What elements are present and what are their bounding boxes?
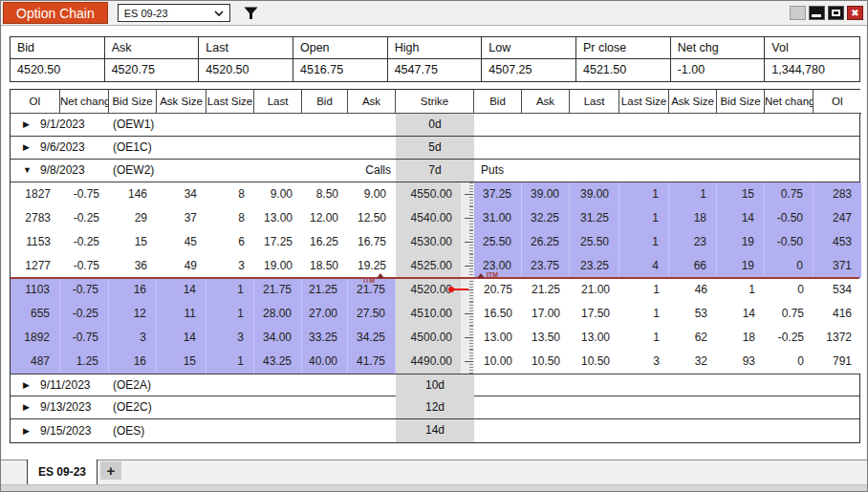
put-bid-cell[interactable]: 20.75 — [474, 278, 522, 302]
put-net-chg-cell[interactable]: -0.25 — [765, 326, 814, 350]
put-oi-cell[interactable]: 371 — [814, 254, 861, 278]
put-ask-size-cell[interactable]: 66 — [669, 254, 717, 278]
call-bid-cell[interactable]: 18.50 — [302, 254, 348, 278]
call-oi-cell[interactable]: 487 — [11, 350, 60, 374]
put-bid-cell[interactable]: 13.00 — [474, 326, 522, 350]
put-oi-cell[interactable]: 1372 — [814, 326, 861, 350]
call-oi-cell[interactable]: 1153 — [11, 230, 60, 254]
put-last-cell[interactable]: 21.00 — [570, 278, 619, 302]
put-ask-cell[interactable]: 10.50 — [522, 350, 570, 374]
call-bid-size-cell[interactable]: 12 — [109, 302, 157, 326]
call-bid-size-cell[interactable]: 15 — [109, 230, 157, 254]
put-last-size-cell[interactable]: 1 — [619, 278, 669, 302]
call-last-size-cell[interactable]: 8 — [206, 182, 254, 206]
call-bid-cell[interactable]: 33.25 — [302, 326, 348, 350]
put-bid-cell[interactable]: 37.25 — [474, 182, 522, 206]
call-ask-cell[interactable]: 27.50 — [348, 302, 396, 326]
call-net-chg-cell[interactable]: -0.25 — [60, 302, 109, 326]
put-last-size-cell[interactable]: 4 — [619, 254, 669, 278]
put-ask-cell[interactable]: 23.75 — [522, 254, 570, 278]
put-bid-cell[interactable]: 31.00 — [474, 206, 522, 230]
close-button[interactable]: ✖ — [847, 6, 863, 20]
call-net-chg-cell[interactable]: -0.75 — [60, 182, 109, 206]
put-ask-size-cell[interactable]: 62 — [669, 326, 717, 350]
put-oi-cell[interactable]: 283 — [814, 182, 861, 206]
put-net-chg-cell[interactable]: 0 — [765, 278, 814, 302]
put-ask-size-cell[interactable]: 46 — [669, 278, 717, 302]
expand-arrow-icon[interactable]: ▶ — [23, 420, 40, 442]
call-ask-size-cell[interactable]: 11 — [157, 302, 206, 326]
put-bid-size-cell[interactable]: 15 — [717, 182, 765, 206]
put-last-size-cell[interactable]: 1 — [619, 182, 669, 206]
call-net-chg-cell[interactable]: -0.75 — [60, 278, 109, 302]
call-oi-cell[interactable]: 1827 — [11, 182, 60, 206]
call-oi-cell[interactable]: 2783 — [11, 206, 60, 230]
blank-button[interactable] — [790, 6, 806, 20]
call-last-cell[interactable]: 28.00 — [254, 302, 302, 326]
put-ask-cell[interactable]: 39.00 — [522, 182, 570, 206]
call-ask-size-cell[interactable]: 15 — [157, 350, 206, 374]
put-last-cell[interactable]: 10.50 — [570, 350, 619, 374]
put-last-size-cell[interactable]: 3 — [619, 350, 669, 374]
expand-arrow-icon[interactable]: ▼ — [23, 160, 40, 182]
put-last-size-cell[interactable]: 1 — [619, 302, 669, 326]
call-bid-size-cell[interactable]: 36 — [109, 254, 157, 278]
restore-button[interactable] — [828, 6, 844, 20]
put-last-size-cell[interactable]: 1 — [619, 230, 669, 254]
put-bid-size-cell[interactable]: 14 — [717, 206, 765, 230]
put-oi-cell[interactable]: 791 — [814, 350, 861, 374]
filter-button[interactable] — [243, 5, 260, 22]
call-ask-cell[interactable]: 41.75 — [348, 350, 396, 374]
put-oi-cell[interactable]: 416 — [814, 302, 861, 326]
put-net-chg-cell[interactable]: 0 — [765, 350, 814, 374]
call-net-chg-cell[interactable]: -0.75 — [60, 254, 109, 278]
add-tab-button[interactable]: + — [100, 461, 121, 480]
call-bid-cell[interactable]: 16.25 — [302, 230, 348, 254]
put-oi-cell[interactable]: 247 — [814, 206, 861, 230]
put-bid-size-cell[interactable]: 19 — [717, 230, 765, 254]
call-ask-size-cell[interactable]: 14 — [157, 326, 206, 350]
call-last-cell[interactable]: 9.00 — [254, 182, 302, 206]
put-last-cell[interactable]: 31.25 — [570, 206, 619, 230]
expiry-group-row[interactable]: ▶9/13/2023(OE2C)12d — [11, 396, 859, 419]
call-bid-size-cell[interactable]: 146 — [109, 182, 157, 206]
call-last-cell[interactable]: 13.00 — [254, 206, 302, 230]
call-bid-size-cell[interactable]: 3 — [109, 326, 157, 350]
put-net-chg-cell[interactable]: -0.50 — [765, 230, 814, 254]
put-ask-size-cell[interactable]: 53 — [669, 302, 717, 326]
call-net-chg-cell[interactable]: -0.25 — [60, 206, 109, 230]
put-net-chg-cell[interactable]: 0.75 — [765, 182, 814, 206]
expiry-group-row[interactable]: ▼9/8/2023(OEW2)Calls7dPuts — [11, 160, 859, 182]
call-last-cell[interactable]: 34.00 — [254, 326, 302, 350]
call-bid-size-cell[interactable]: 16 — [109, 278, 157, 302]
call-oi-cell[interactable]: 1277 — [11, 254, 60, 278]
put-bid-size-cell[interactable]: 1 — [717, 278, 765, 302]
call-net-chg-cell[interactable]: -0.25 — [60, 230, 109, 254]
tab-es-09-23[interactable]: ES 09-23 — [27, 460, 98, 485]
call-bid-cell[interactable]: 27.00 — [302, 302, 348, 326]
call-bid-cell[interactable]: 40.00 — [302, 350, 348, 374]
expand-arrow-icon[interactable]: ▶ — [23, 396, 40, 418]
put-last-cell[interactable]: 39.00 — [570, 182, 619, 206]
put-ask-cell[interactable]: 21.25 — [522, 278, 570, 302]
call-last-cell[interactable]: 43.25 — [254, 350, 302, 374]
put-ask-cell[interactable]: 26.25 — [522, 230, 570, 254]
expiry-group-row[interactable]: ▶9/1/2023(OEW1)0d — [11, 114, 859, 137]
put-last-size-cell[interactable]: 1 — [619, 326, 669, 350]
call-oi-cell[interactable]: 1103 — [11, 278, 60, 302]
put-net-chg-cell[interactable]: 0.75 — [765, 302, 814, 326]
call-last-size-cell[interactable]: 1 — [206, 278, 254, 302]
put-oi-cell[interactable]: 534 — [814, 278, 861, 302]
put-net-chg-cell[interactable]: -0.50 — [765, 206, 814, 230]
put-bid-cell[interactable]: 10.00 — [474, 350, 522, 374]
call-net-chg-cell[interactable]: -0.75 — [60, 326, 109, 350]
call-net-chg-cell[interactable]: 1.25 — [60, 350, 109, 374]
put-ask-size-cell[interactable]: 18 — [669, 206, 717, 230]
put-bid-size-cell[interactable]: 19 — [717, 254, 765, 278]
call-last-size-cell[interactable]: 3 — [206, 326, 254, 350]
call-ask-cell[interactable]: 34.25 — [348, 326, 396, 350]
put-net-chg-cell[interactable]: 0 — [765, 254, 814, 278]
expiry-group-row[interactable]: ▶9/15/2023(OES)14d — [11, 419, 859, 442]
call-ask-size-cell[interactable]: 14 — [157, 278, 206, 302]
put-ask-cell[interactable]: 17.00 — [522, 302, 570, 326]
